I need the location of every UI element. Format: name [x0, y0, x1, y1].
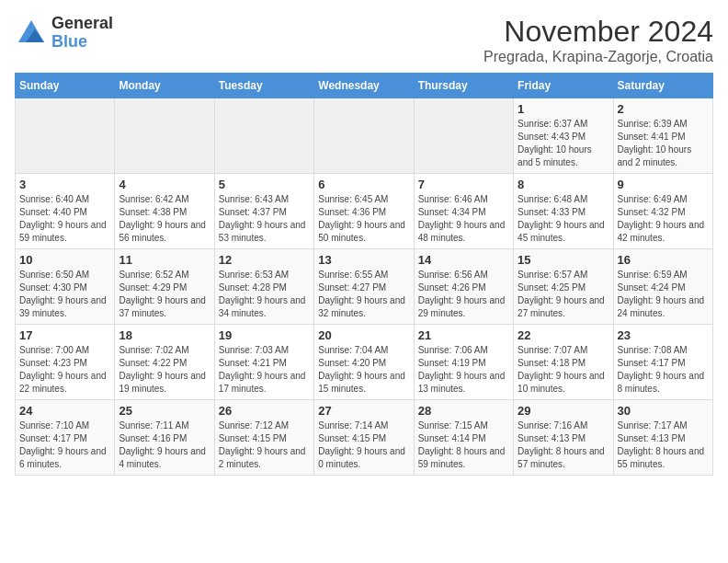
- day-number: 30: [618, 404, 709, 418]
- day-info: Sunrise: 6:57 AM Sunset: 4:25 PM Dayligh…: [518, 269, 609, 320]
- day-number: 8: [518, 178, 609, 191]
- day-info: Sunrise: 6:55 AM Sunset: 4:27 PM Dayligh…: [318, 269, 409, 320]
- day-cell: 2Sunrise: 6:39 AM Sunset: 4:41 PM Daylig…: [613, 98, 712, 174]
- day-info: Sunrise: 6:46 AM Sunset: 4:34 PM Dayligh…: [418, 193, 509, 245]
- title-block: November 2024 Pregrada, Krapina-Zagorje,…: [483, 15, 713, 65]
- week-row-2: 3Sunrise: 6:40 AM Sunset: 4:40 PM Daylig…: [16, 174, 713, 249]
- day-info: Sunrise: 6:48 AM Sunset: 4:33 PM Dayligh…: [518, 193, 609, 245]
- col-header-sunday: Sunday: [16, 74, 115, 98]
- location: Pregrada, Krapina-Zagorje, Croatia: [483, 49, 713, 65]
- day-cell: 22Sunrise: 7:07 AM Sunset: 4:18 PM Dayli…: [514, 325, 613, 400]
- day-number: 3: [19, 178, 110, 191]
- day-number: 27: [318, 404, 409, 418]
- day-info: Sunrise: 6:53 AM Sunset: 4:28 PM Dayligh…: [219, 269, 310, 320]
- page-header: General Blue November 2024 Pregrada, Kra…: [15, 15, 713, 65]
- day-cell: 16Sunrise: 6:59 AM Sunset: 4:24 PM Dayli…: [613, 249, 712, 325]
- calendar-table: SundayMondayTuesdayWednesdayThursdayFrid…: [15, 73, 713, 476]
- day-cell: 7Sunrise: 6:46 AM Sunset: 4:34 PM Daylig…: [414, 174, 513, 249]
- day-number: 11: [119, 253, 210, 267]
- day-info: Sunrise: 7:03 AM Sunset: 4:21 PM Dayligh…: [219, 344, 310, 396]
- day-number: 21: [418, 328, 509, 342]
- day-number: 17: [19, 328, 110, 342]
- col-header-monday: Monday: [115, 74, 214, 98]
- day-cell: 26Sunrise: 7:12 AM Sunset: 4:15 PM Dayli…: [214, 400, 313, 476]
- day-cell: 5Sunrise: 6:43 AM Sunset: 4:37 PM Daylig…: [214, 174, 313, 249]
- day-number: 26: [219, 404, 310, 418]
- day-number: 5: [219, 178, 310, 191]
- day-cell: 17Sunrise: 7:00 AM Sunset: 4:23 PM Dayli…: [16, 325, 115, 400]
- day-number: 23: [618, 328, 709, 342]
- day-number: 19: [219, 328, 310, 342]
- day-cell: 12Sunrise: 6:53 AM Sunset: 4:28 PM Dayli…: [214, 249, 313, 325]
- day-cell: 30Sunrise: 7:17 AM Sunset: 4:13 PM Dayli…: [613, 400, 712, 476]
- day-number: 4: [119, 178, 210, 191]
- logo-text: General Blue: [51, 15, 113, 52]
- day-cell: 6Sunrise: 6:45 AM Sunset: 4:36 PM Daylig…: [314, 174, 414, 249]
- day-cell: 13Sunrise: 6:55 AM Sunset: 4:27 PM Dayli…: [314, 249, 414, 325]
- day-cell: 11Sunrise: 6:52 AM Sunset: 4:29 PM Dayli…: [115, 249, 214, 325]
- day-info: Sunrise: 7:04 AM Sunset: 4:20 PM Dayligh…: [318, 344, 409, 396]
- day-cell: 1Sunrise: 6:37 AM Sunset: 4:43 PM Daylig…: [514, 98, 613, 174]
- day-cell: [314, 98, 414, 174]
- day-info: Sunrise: 7:00 AM Sunset: 4:23 PM Dayligh…: [19, 344, 110, 396]
- day-info: Sunrise: 7:10 AM Sunset: 4:17 PM Dayligh…: [19, 419, 110, 471]
- col-header-wednesday: Wednesday: [314, 74, 414, 98]
- week-row-3: 10Sunrise: 6:50 AM Sunset: 4:30 PM Dayli…: [16, 249, 713, 325]
- day-cell: 23Sunrise: 7:08 AM Sunset: 4:17 PM Dayli…: [613, 325, 712, 400]
- day-number: 1: [518, 102, 609, 116]
- day-cell: 4Sunrise: 6:42 AM Sunset: 4:38 PM Daylig…: [115, 174, 214, 249]
- logo: General Blue: [15, 15, 113, 52]
- day-info: Sunrise: 7:06 AM Sunset: 4:19 PM Dayligh…: [418, 344, 509, 396]
- day-cell: 3Sunrise: 6:40 AM Sunset: 4:40 PM Daylig…: [16, 174, 115, 249]
- day-cell: [115, 98, 214, 174]
- week-row-1: 1Sunrise: 6:37 AM Sunset: 4:43 PM Daylig…: [16, 98, 713, 174]
- day-cell: 15Sunrise: 6:57 AM Sunset: 4:25 PM Dayli…: [514, 249, 613, 325]
- day-info: Sunrise: 7:02 AM Sunset: 4:22 PM Dayligh…: [119, 344, 210, 396]
- day-cell: 8Sunrise: 6:48 AM Sunset: 4:33 PM Daylig…: [514, 174, 613, 249]
- day-cell: 28Sunrise: 7:15 AM Sunset: 4:14 PM Dayli…: [414, 400, 513, 476]
- day-info: Sunrise: 7:15 AM Sunset: 4:14 PM Dayligh…: [418, 419, 509, 471]
- day-cell: 9Sunrise: 6:49 AM Sunset: 4:32 PM Daylig…: [613, 174, 712, 249]
- day-cell: 10Sunrise: 6:50 AM Sunset: 4:30 PM Dayli…: [16, 249, 115, 325]
- week-row-5: 24Sunrise: 7:10 AM Sunset: 4:17 PM Dayli…: [16, 400, 713, 476]
- calendar-header: SundayMondayTuesdayWednesdayThursdayFrid…: [16, 74, 713, 98]
- day-info: Sunrise: 7:08 AM Sunset: 4:17 PM Dayligh…: [618, 344, 709, 396]
- day-cell: 21Sunrise: 7:06 AM Sunset: 4:19 PM Dayli…: [414, 325, 513, 400]
- day-number: 15: [518, 253, 609, 267]
- day-number: 24: [19, 404, 110, 418]
- day-cell: 18Sunrise: 7:02 AM Sunset: 4:22 PM Dayli…: [115, 325, 214, 400]
- day-cell: 20Sunrise: 7:04 AM Sunset: 4:20 PM Dayli…: [314, 325, 414, 400]
- day-info: Sunrise: 6:39 AM Sunset: 4:41 PM Dayligh…: [618, 118, 709, 169]
- day-number: 18: [119, 328, 210, 342]
- day-number: 12: [219, 253, 310, 267]
- day-number: 7: [418, 178, 509, 191]
- day-number: 22: [518, 328, 609, 342]
- day-info: Sunrise: 6:49 AM Sunset: 4:32 PM Dayligh…: [618, 193, 709, 245]
- day-number: 29: [518, 404, 609, 418]
- month-title: November 2024: [483, 15, 713, 49]
- day-info: Sunrise: 7:12 AM Sunset: 4:15 PM Dayligh…: [219, 419, 310, 471]
- day-cell: [214, 98, 313, 174]
- day-info: Sunrise: 6:59 AM Sunset: 4:24 PM Dayligh…: [618, 269, 709, 320]
- day-number: 13: [318, 253, 409, 267]
- day-info: Sunrise: 6:50 AM Sunset: 4:30 PM Dayligh…: [19, 269, 110, 320]
- week-row-4: 17Sunrise: 7:00 AM Sunset: 4:23 PM Dayli…: [16, 325, 713, 400]
- day-info: Sunrise: 7:16 AM Sunset: 4:13 PM Dayligh…: [518, 419, 609, 471]
- calendar-body: 1Sunrise: 6:37 AM Sunset: 4:43 PM Daylig…: [16, 98, 713, 476]
- day-info: Sunrise: 6:56 AM Sunset: 4:26 PM Dayligh…: [418, 269, 509, 320]
- day-number: 20: [318, 328, 409, 342]
- day-info: Sunrise: 6:37 AM Sunset: 4:43 PM Dayligh…: [518, 118, 609, 169]
- day-info: Sunrise: 7:11 AM Sunset: 4:16 PM Dayligh…: [119, 419, 210, 471]
- day-cell: 24Sunrise: 7:10 AM Sunset: 4:17 PM Dayli…: [16, 400, 115, 476]
- col-header-thursday: Thursday: [414, 74, 513, 98]
- day-info: Sunrise: 7:14 AM Sunset: 4:15 PM Dayligh…: [318, 419, 409, 471]
- day-info: Sunrise: 6:42 AM Sunset: 4:38 PM Dayligh…: [119, 193, 210, 245]
- day-cell: [414, 98, 513, 174]
- logo-icon: [15, 17, 48, 50]
- day-cell: [16, 98, 115, 174]
- day-number: 9: [618, 178, 709, 191]
- col-header-friday: Friday: [514, 74, 613, 98]
- day-number: 14: [418, 253, 509, 267]
- day-cell: 29Sunrise: 7:16 AM Sunset: 4:13 PM Dayli…: [514, 400, 613, 476]
- day-info: Sunrise: 6:43 AM Sunset: 4:37 PM Dayligh…: [219, 193, 310, 245]
